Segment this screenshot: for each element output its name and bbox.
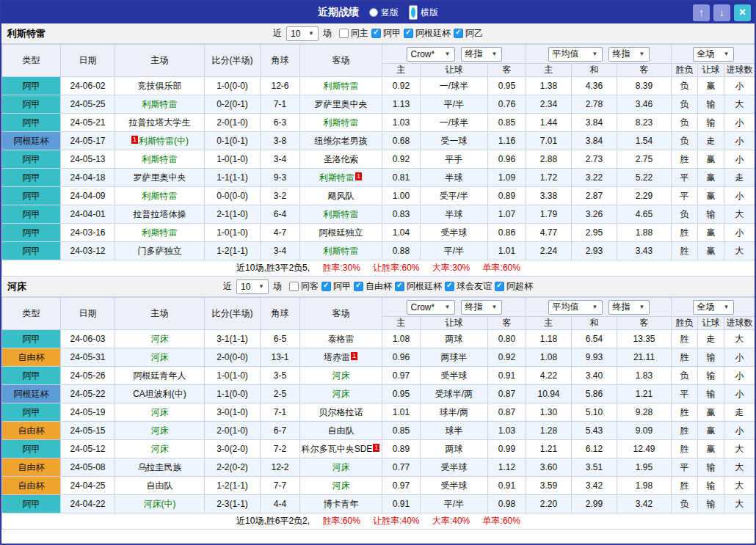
- away-team-link[interactable]: 圣洛伦索: [324, 154, 359, 164]
- home-team-link[interactable]: 门多萨独立: [138, 246, 182, 256]
- match-row: 阿根廷杯24-05-22CA坦波利(中)1-1(0-0)2-5河床0.95受球半…: [2, 385, 755, 403]
- filter-checkbox[interactable]: 自由杯: [354, 280, 392, 293]
- away-team-link[interactable]: 利斯特雷: [324, 209, 359, 219]
- chevron-down-icon: ▼: [492, 304, 498, 310]
- filter-checkbox[interactable]: 阿根廷杯: [395, 280, 442, 293]
- average-odds-header: 平均值▼ 终指▼: [526, 45, 672, 64]
- radio-vertical-layout[interactable]: 竖版: [369, 7, 399, 19]
- filter-checkbox[interactable]: 球会友谊: [445, 280, 492, 293]
- close-button[interactable]: ×: [734, 4, 751, 21]
- away-team-link[interactable]: 飓风队: [328, 191, 355, 201]
- home-team-link[interactable]: 利斯特雷: [142, 154, 178, 164]
- home-team-link[interactable]: 河床: [151, 425, 169, 436]
- radio-horizontal-layout[interactable]: 横版: [409, 5, 438, 20]
- away-team-link[interactable]: 自由队: [328, 425, 355, 436]
- filter-checkbox[interactable]: 阿根廷杯: [404, 27, 451, 40]
- away-team-link[interactable]: 利斯特雷: [319, 172, 355, 183]
- matches-count-select[interactable]: 10 ▼: [286, 26, 319, 41]
- away-team-cell: 河床: [300, 367, 382, 385]
- home-team-link[interactable]: 利斯特雷: [142, 191, 178, 201]
- home-team-link[interactable]: 河床: [151, 444, 169, 454]
- avg-odds-cell: 5.10: [572, 403, 617, 422]
- chevron-down-icon: ▼: [445, 51, 451, 57]
- home-team-link[interactable]: 利斯特雷(中): [139, 136, 189, 146]
- avg-odds-cell: 12.49: [617, 440, 672, 458]
- date-cell: 24-05-25: [61, 95, 115, 114]
- scroll-down-button[interactable]: ↓: [713, 4, 730, 21]
- avg-final-select[interactable]: 终指▼: [608, 300, 650, 315]
- filter-checkbox[interactable]: 阿乙: [454, 27, 483, 40]
- checked-checkbox-icon: [445, 282, 454, 291]
- result-cell: 平: [672, 169, 698, 187]
- titlebar: 近期战绩 竖版 横版 ↑ ↓ ×: [1, 1, 755, 23]
- filter-checkbox[interactable]: 同客: [289, 280, 319, 293]
- result-cell: 赢: [698, 403, 724, 422]
- scroll-up-button[interactable]: ↑: [693, 4, 710, 21]
- away-team-link[interactable]: 泰格雷: [328, 334, 355, 344]
- filter-checkbox[interactable]: 阿甲: [321, 280, 351, 293]
- home-team-link[interactable]: 拉普拉塔大学生: [129, 117, 191, 128]
- avg-odds-cell: 4.77: [526, 224, 572, 242]
- home-team-link[interactable]: 阿根廷青年人: [134, 370, 186, 381]
- avg-odds-select[interactable]: 平均值▼: [548, 47, 603, 62]
- away-team-link[interactable]: 河床: [332, 480, 350, 491]
- column-header-corners: 角球: [261, 298, 300, 330]
- home-team-cell: 河床: [115, 422, 205, 440]
- away-team-link[interactable]: 博卡青年: [324, 499, 359, 509]
- filter-checkbox[interactable]: 阿甲: [371, 27, 401, 40]
- away-team-link[interactable]: 阿根廷独立: [319, 227, 363, 238]
- result-cell: 输: [698, 458, 724, 477]
- filter-checkbox[interactable]: 同主: [339, 27, 368, 40]
- home-team-link[interactable]: 河床: [151, 352, 169, 362]
- away-team-link[interactable]: 罗萨里奥中央: [315, 99, 368, 109]
- date-cell: 24-05-15: [61, 422, 115, 440]
- away-team-link[interactable]: 塔赤雷: [324, 352, 350, 362]
- odds-final-select[interactable]: 终指▼: [461, 47, 502, 62]
- away-team-link[interactable]: 贝尔格拉诺: [319, 407, 363, 417]
- away-team-link[interactable]: 利斯特雷: [324, 81, 359, 91]
- filter-checkbox[interactable]: 阿超杯: [495, 280, 533, 293]
- matches-count-select[interactable]: 10 ▼: [236, 279, 269, 294]
- home-team-link[interactable]: 自由队: [147, 480, 173, 491]
- summary-over-rate: 大率:40%: [432, 516, 470, 526]
- home-team-link[interactable]: 乌拉圭民族: [138, 462, 182, 472]
- chevron-down-icon: ▼: [308, 30, 314, 37]
- home-team-link[interactable]: 河床: [151, 407, 169, 417]
- away-team-link[interactable]: 科尔多瓦中央SDE: [302, 444, 373, 454]
- result-cell: 小: [724, 132, 755, 150]
- home-team-link[interactable]: 竞技俱乐部: [138, 81, 182, 91]
- home-team-cell: 乌拉圭民族: [115, 458, 205, 477]
- home-team-link[interactable]: 拉普拉塔体操: [134, 209, 186, 219]
- handicap-odds-cell: 球半: [421, 422, 488, 440]
- odds-company-value: Crow*: [411, 49, 435, 59]
- away-team-link[interactable]: 利斯特雷: [324, 246, 359, 256]
- odds-company-select[interactable]: Crow*▼: [407, 47, 455, 62]
- column-header-type: 类型: [2, 45, 61, 77]
- home-team-link[interactable]: 罗萨里奥中央: [134, 172, 186, 183]
- home-team-link[interactable]: 河床(中): [144, 499, 176, 509]
- scope-select[interactable]: 全场▼: [693, 47, 734, 62]
- odds-final-select[interactable]: 终指▼: [461, 300, 502, 315]
- away-team-link[interactable]: 利斯特雷: [324, 117, 359, 128]
- away-team-link[interactable]: 纽维尔老男孩: [315, 136, 368, 146]
- scope-select[interactable]: 全场▼: [693, 300, 734, 315]
- away-team-link[interactable]: 河床: [332, 389, 350, 399]
- avg-final-select[interactable]: 终指▼: [608, 47, 650, 62]
- home-team-cell: 拉普拉塔体操: [115, 205, 205, 224]
- home-team-link[interactable]: 河床: [151, 334, 169, 344]
- score-cell: 1-0(1-0): [205, 150, 261, 169]
- avg-odds-value: 平均值: [553, 48, 579, 60]
- home-team-link[interactable]: 利斯特雷: [142, 227, 178, 238]
- home-team-link[interactable]: 利斯特雷: [142, 99, 178, 109]
- away-team-link[interactable]: 河床: [332, 462, 350, 472]
- odds-company-select[interactable]: Crow*▼: [407, 300, 455, 315]
- away-team-link[interactable]: 河床: [332, 370, 350, 381]
- match-row: 阿甲24-04-18罗萨里奥中央1-1(1-1)9-3利斯特雷10.81半球1.…: [2, 169, 755, 187]
- team-name: 利斯特雷: [7, 27, 46, 40]
- home-team-link[interactable]: CA坦波利(中): [133, 389, 186, 399]
- close-icon: ×: [739, 6, 746, 18]
- summary-over-rate: 大率:30%: [432, 263, 470, 273]
- score-cell: 0-1(0-1): [205, 132, 261, 150]
- away-team-cell: 河床: [300, 385, 382, 403]
- avg-odds-select[interactable]: 平均值▼: [548, 300, 603, 315]
